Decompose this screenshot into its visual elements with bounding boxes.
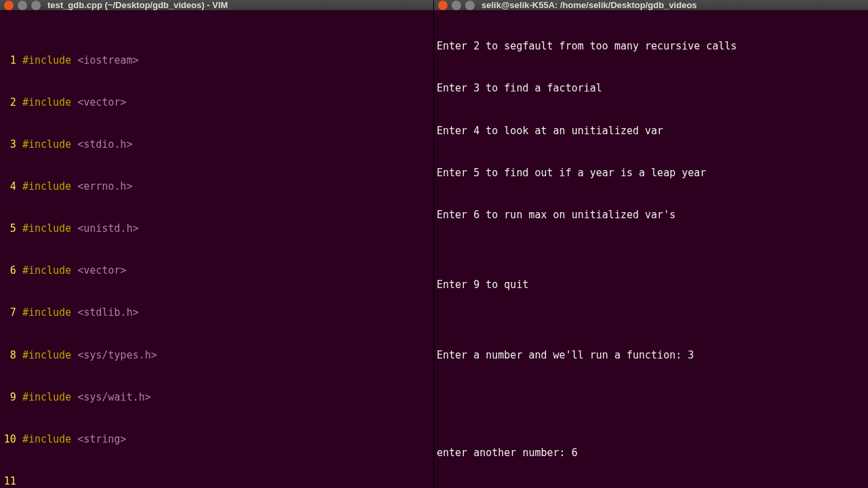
maximize-icon[interactable] (465, 1, 475, 10)
terminal-titlebar[interactable]: selik@selik-K55A: /home/selik/Desktop/gd… (434, 0, 868, 10)
terminal-output[interactable]: Enter 2 to segfault from too many recurs… (434, 10, 868, 488)
terminal-line: Enter 6 to run max on unitialized var's (437, 208, 865, 222)
vim-titlebar[interactable]: test_gdb.cpp (~/Desktop/gdb_videos) - VI… (0, 0, 433, 10)
window-buttons (438, 1, 475, 10)
vim-editor[interactable]: 1#include <iostream> 2#include <vector> … (0, 10, 433, 488)
minimize-icon[interactable] (452, 1, 461, 10)
line-number: 4 (3, 180, 16, 194)
close-icon[interactable] (4, 1, 14, 10)
line-number: 11 (3, 474, 16, 488)
line-number: 6 (3, 264, 16, 278)
line-number: 7 (3, 306, 16, 320)
terminal-line: Enter 3 to find a factorial (437, 81, 865, 96)
window-buttons (4, 1, 41, 10)
terminal-line: Enter 5 to find out if a year is a leap … (437, 166, 865, 180)
terminal-title: selik@selik-K55A: /home/selik/Desktop/gd… (481, 0, 697, 10)
maximize-icon[interactable] (31, 1, 41, 10)
vim-title: test_gdb.cpp (~/Desktop/gdb_videos) - VI… (47, 0, 228, 10)
terminal-line: Enter 9 to quit (437, 278, 865, 292)
terminal-line: enter another number: 6 (437, 446, 865, 460)
line-number: 8 (3, 348, 16, 363)
terminal-window: selik@selik-K55A: /home/selik/Desktop/gd… (434, 0, 868, 488)
terminal-line: Enter a number and we'll run a function:… (437, 348, 865, 363)
terminal-line: Enter 4 to look at an unitialized var (437, 124, 865, 138)
terminal-line: Enter 2 to segfault from too many recurs… (437, 39, 865, 54)
line-number: 5 (3, 222, 16, 236)
line-number: 2 (3, 96, 16, 110)
line-number: 1 (3, 54, 16, 68)
vim-window: test_gdb.cpp (~/Desktop/gdb_videos) - VI… (0, 0, 434, 488)
close-icon[interactable] (438, 1, 448, 10)
minimize-icon[interactable] (18, 1, 27, 10)
line-number: 10 (3, 432, 16, 447)
line-number: 3 (3, 138, 16, 152)
line-number: 9 (3, 390, 16, 405)
